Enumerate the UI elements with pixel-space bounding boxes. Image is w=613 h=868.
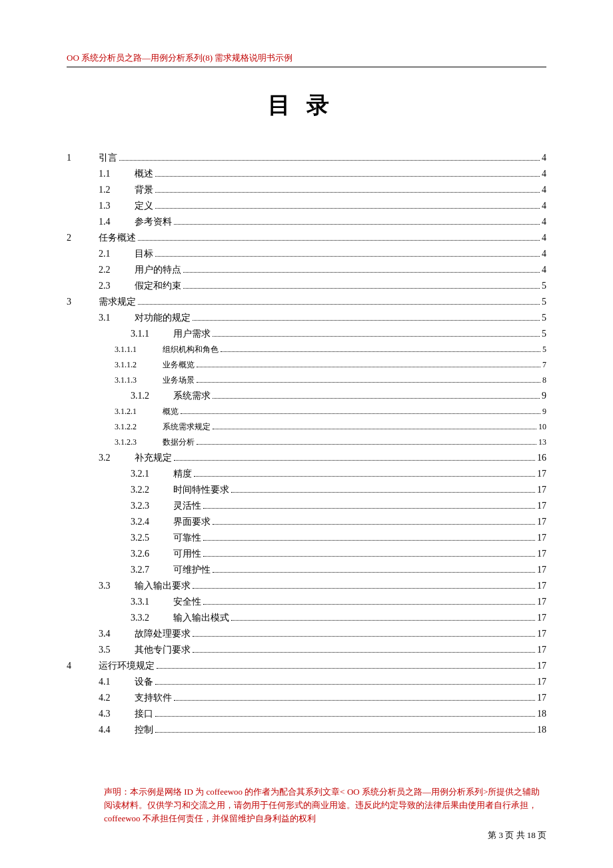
toc-entry-page: 5 bbox=[542, 313, 546, 323]
toc-entry-number: 2.3 bbox=[99, 281, 135, 291]
toc-leader-dots bbox=[157, 668, 535, 669]
toc-entry-title: 参考资料 bbox=[135, 216, 172, 228]
toc-entry[interactable]: 4.2支持软件17 bbox=[67, 690, 546, 706]
toc-entry-page: 17 bbox=[537, 517, 546, 527]
toc-entry-page: 17 bbox=[537, 501, 546, 511]
toc-leader-dots bbox=[155, 208, 540, 209]
toc-leader-dots bbox=[197, 367, 540, 367]
toc-entry-title: 补充规定 bbox=[135, 452, 172, 464]
toc-entry-page: 10 bbox=[538, 422, 546, 432]
toc-entry[interactable]: 4运行环境规定17 bbox=[67, 658, 546, 674]
toc-entry-page: 7 bbox=[542, 360, 546, 370]
toc-entry[interactable]: 4.1设备17 bbox=[67, 674, 546, 690]
toc-entry-number: 4.2 bbox=[99, 693, 135, 703]
toc-leader-dots bbox=[203, 604, 535, 605]
toc-entry-number: 4.4 bbox=[99, 725, 135, 735]
toc-entry-page: 17 bbox=[537, 645, 546, 655]
disclaimer-text: 声明：本示例是网络 ID 为 coffeewoo 的作者为配合其系列文章< OO… bbox=[104, 785, 546, 825]
toc-entry-number: 4.3 bbox=[99, 709, 135, 719]
toc-entry-title: 数据分析 bbox=[163, 437, 195, 448]
toc-entry-page: 4 bbox=[542, 233, 546, 243]
toc-entry[interactable]: 3.1.2系统需求9 bbox=[67, 388, 546, 404]
toc-entry-title: 设备 bbox=[135, 676, 153, 688]
toc-entry-number: 2.1 bbox=[99, 249, 135, 259]
toc-entry-number: 3.3.1 bbox=[131, 597, 173, 607]
toc-entry-number: 3.1.2.2 bbox=[115, 422, 163, 432]
toc-entry[interactable]: 2.3假定和约束5 bbox=[67, 278, 546, 294]
toc-entry[interactable]: 3.2.6可用性17 bbox=[67, 546, 546, 562]
toc-entry-number: 3.2.6 bbox=[131, 549, 173, 559]
toc-entry-page: 9 bbox=[542, 407, 546, 417]
toc-entry-number: 1.3 bbox=[99, 201, 135, 211]
toc-entry-title: 用户的特点 bbox=[135, 264, 181, 276]
toc-entry[interactable]: 3.1.1.2业务概览7 bbox=[67, 357, 546, 373]
toc-entry[interactable]: 3.1.2.3数据分析13 bbox=[67, 435, 546, 450]
toc-entry[interactable]: 3.1.2.2系统需求规定10 bbox=[67, 419, 546, 435]
toc-entry-page: 4 bbox=[542, 217, 546, 227]
toc-entry-page: 18 bbox=[537, 725, 546, 735]
toc-entry[interactable]: 3.2.2时间特性要求17 bbox=[67, 482, 546, 498]
toc-leader-dots bbox=[155, 716, 535, 717]
toc-entry[interactable]: 1引言4 bbox=[67, 150, 546, 166]
toc-entry-number: 2.2 bbox=[99, 265, 135, 275]
toc-entry-page: 17 bbox=[537, 485, 546, 495]
toc-entry-page: 17 bbox=[537, 533, 546, 543]
toc-entry-number: 3.2.4 bbox=[131, 517, 173, 527]
toc-entry-page: 17 bbox=[537, 581, 546, 591]
toc-entry[interactable]: 1.4参考资料4 bbox=[67, 214, 546, 230]
toc-entry[interactable]: 1.1概述4 bbox=[67, 166, 546, 182]
toc-entry[interactable]: 4.3接口18 bbox=[67, 706, 546, 722]
toc-entry[interactable]: 3.2.5可靠性17 bbox=[67, 530, 546, 546]
toc-entry-number: 3.2 bbox=[99, 453, 135, 463]
document-page: OO 系统分析员之路—用例分析系列(8) 需求规格说明书示例 目录 1引言41.… bbox=[0, 0, 613, 868]
toc-entry[interactable]: 2任务概述4 bbox=[67, 230, 546, 246]
toc-entry-page: 8 bbox=[542, 375, 546, 385]
toc-entry-page: 5 bbox=[542, 329, 546, 339]
toc-leader-dots bbox=[181, 413, 540, 414]
toc-entry[interactable]: 3.2.7可维护性17 bbox=[67, 562, 546, 578]
toc-entry-title: 运行环境规定 bbox=[99, 660, 155, 672]
toc-entry[interactable]: 3需求规定5 bbox=[67, 294, 546, 310]
toc-entry[interactable]: 3.2补充规定16 bbox=[67, 450, 546, 466]
toc-entry-page: 4 bbox=[542, 185, 546, 195]
toc-entry-page: 17 bbox=[537, 549, 546, 559]
page-footer: 第 3 页 共 18 页 bbox=[488, 829, 546, 841]
toc-entry-page: 17 bbox=[537, 597, 546, 607]
toc-leader-dots bbox=[155, 256, 540, 257]
toc-entry[interactable]: 3.2.3灵活性17 bbox=[67, 498, 546, 514]
toc-entry-number: 1.4 bbox=[99, 217, 135, 227]
toc-entry-number: 3.1 bbox=[99, 313, 135, 323]
toc-entry[interactable]: 4.4控制18 bbox=[67, 722, 546, 738]
toc-entry-page: 4 bbox=[542, 265, 546, 275]
toc-entry-number: 3.3 bbox=[99, 581, 135, 591]
toc-entry[interactable]: 3.2.4界面要求17 bbox=[67, 514, 546, 530]
toc-entry-page: 17 bbox=[537, 693, 546, 703]
toc-entry[interactable]: 3.3输入输出要求17 bbox=[67, 578, 546, 594]
toc-entry-page: 4 bbox=[542, 153, 546, 163]
toc-entry[interactable]: 1.2背景4 bbox=[67, 182, 546, 198]
toc-entry[interactable]: 3.1.1.1组织机构和角色5 bbox=[67, 342, 546, 357]
toc-entry[interactable]: 3.2.1精度17 bbox=[67, 466, 546, 482]
toc-entry[interactable]: 2.2用户的特点4 bbox=[67, 262, 546, 278]
toc-leader-dots bbox=[213, 429, 536, 429]
toc-leader-dots bbox=[174, 700, 535, 701]
toc-entry[interactable]: 3.1.2.1概览9 bbox=[67, 404, 546, 419]
toc-entry[interactable]: 3.5其他专门要求17 bbox=[67, 642, 546, 658]
toc-entry[interactable]: 1.3定义4 bbox=[67, 198, 546, 214]
toc-entry[interactable]: 3.3.2输入输出模式17 bbox=[67, 610, 546, 626]
toc-leader-dots bbox=[203, 540, 535, 541]
toc-entry-number: 1 bbox=[67, 153, 99, 163]
page-header: OO 系统分析员之路—用例分析系列(8) 需求规格说明书示例 bbox=[67, 52, 546, 67]
toc-entry[interactable]: 3.1对功能的规定5 bbox=[67, 310, 546, 326]
toc-title: 目录 bbox=[67, 90, 546, 121]
toc-entry[interactable]: 3.1.1用户需求5 bbox=[67, 326, 546, 342]
toc-entry-title: 安全性 bbox=[173, 596, 201, 608]
toc-entry[interactable]: 3.1.1.3业务场景8 bbox=[67, 373, 546, 388]
toc-entry-number: 3 bbox=[67, 297, 99, 307]
toc-entry-page: 5 bbox=[542, 297, 546, 307]
toc-entry[interactable]: 3.3.1安全性17 bbox=[67, 594, 546, 610]
toc-entry[interactable]: 2.1目标4 bbox=[67, 246, 546, 262]
toc-entry[interactable]: 3.4故障处理要求17 bbox=[67, 626, 546, 642]
toc-entry-title: 背景 bbox=[135, 184, 153, 196]
toc-leader-dots bbox=[231, 492, 535, 493]
